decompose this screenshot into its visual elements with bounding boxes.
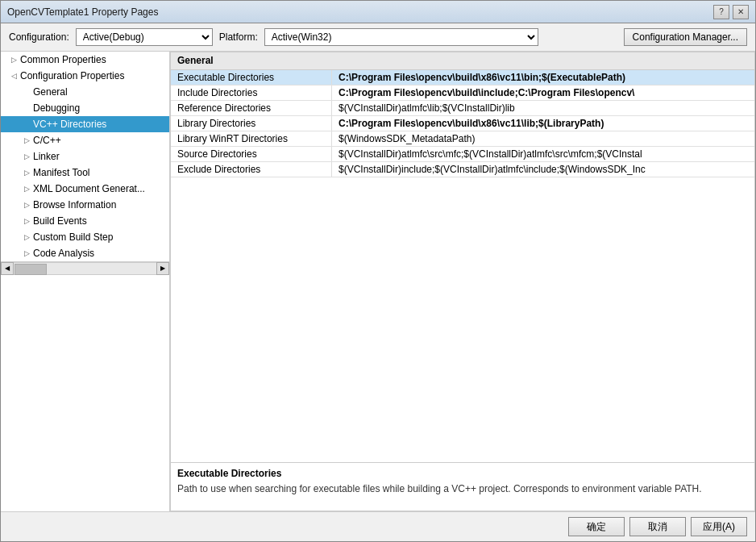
grid-header: General [171,52,754,70]
tree-item-build-events[interactable]: ▷Build Events [1,213,169,229]
cancel-button[interactable]: 取消 [629,517,686,536]
tree-item-config-props[interactable]: ◁Configuration Properties [1,68,169,84]
property-grid: General Executable DirectoriesC:\Program… [170,52,755,463]
window-title: OpenCVTemplate1 Property Pages [7,6,158,18]
grid-label-library-dirs: Library Directories [171,116,332,131]
title-buttons: ? ✕ [713,5,749,19]
tree-label-config-props: Configuration Properties [20,70,124,81]
tree-toggle-code-analysis: ▷ [20,249,33,257]
grid-value-include-dirs: C:\Program Files\opencv\build\include;C:… [332,85,754,100]
tree-toggle-cpp: ▷ [20,136,33,144]
left-panel-scrollbar[interactable]: ◀ ▶ [1,261,169,274]
description-text: Path to use when searching for executabl… [177,482,748,496]
tree-label-manifest-tool: Manifest Tool [33,167,89,178]
tree-item-code-analysis[interactable]: ▷Code Analysis [1,245,169,261]
tree-item-vc-dirs[interactable]: VC++ Directories [1,116,169,132]
tree-item-common-props[interactable]: ▷Common Properties [1,52,169,68]
grid-row-include-dirs[interactable]: Include DirectoriesC:\Program Files\open… [171,85,754,101]
grid-label-include-dirs: Include Directories [171,85,332,100]
ok-button[interactable]: 确定 [568,517,625,536]
grid-row-exclude-dirs[interactable]: Exclude Directories$(VCInstallDir)includ… [171,162,754,177]
left-panel: ▷Common Properties◁Configuration Propert… [1,52,170,511]
tree-label-code-analysis: Code Analysis [33,248,94,259]
tree-label-linker: Linker [33,151,60,162]
config-select[interactable]: Active(Debug) [76,28,213,46]
tree-toggle-xml-doc: ▷ [20,185,33,193]
main-content: ▷Common Properties◁Configuration Propert… [1,52,755,511]
grid-row-reference-dirs[interactable]: Reference Directories$(VCInstallDir)atlm… [171,101,754,116]
grid-label-executable-dirs: Executable Directories [171,70,332,85]
grid-value-reference-dirs: $(VCInstallDir)atlmfc\lib;$(VCInstallDir… [332,101,754,115]
bottom-buttons: 确定 取消 应用(A) [1,511,755,541]
tree-label-vc-dirs: VC++ Directories [33,119,106,130]
tree-toggle-common-props: ▷ [7,56,20,64]
grid-label-source-dirs: Source Directories [171,147,332,161]
apply-button[interactable]: 应用(A) [691,517,747,536]
grid-value-source-dirs: $(VCInstallDir)atlmfc\src\mfc;$(VCInstal… [332,147,754,161]
tree-toggle-config-props: ◁ [7,72,20,80]
scroll-right-btn[interactable]: ▶ [156,262,169,275]
description-panel: Executable Directories Path to use when … [170,463,755,511]
tree-label-debugging: Debugging [33,102,80,114]
tree-item-debugging[interactable]: Debugging [1,100,169,116]
grid-value-exclude-dirs: $(VCInstallDir)include;$(VCInstallDir)at… [332,162,754,177]
tree-toggle-custom-build: ▷ [20,233,33,241]
tree-label-general: General [33,86,68,98]
grid-label-reference-dirs: Reference Directories [171,101,332,115]
tree-item-manifest-tool[interactable]: ▷Manifest Tool [1,165,169,181]
property-pages-window: OpenCVTemplate1 Property Pages ? ✕ Confi… [0,0,756,542]
tree-item-general[interactable]: General [1,84,169,100]
tree-item-linker[interactable]: ▷Linker [1,148,169,165]
platform-label: Platform: [219,31,258,43]
tree-toggle-manifest-tool: ▷ [20,169,33,177]
tree-label-common-props: Common Properties [20,54,106,65]
grid-label-library-winrt-dirs: Library WinRT Directories [171,131,332,146]
close-button[interactable]: ✕ [733,5,749,19]
tree-label-xml-doc: XML Document Generat... [33,183,145,194]
scroll-track[interactable] [14,262,156,275]
right-panel: General Executable DirectoriesC:\Program… [170,52,755,511]
config-manager-button[interactable]: Configuration Manager... [624,28,747,46]
grid-row-library-dirs[interactable]: Library DirectoriesC:\Program Files\open… [171,116,754,131]
title-bar: OpenCVTemplate1 Property Pages ? ✕ [1,1,755,23]
tree-item-cpp[interactable]: ▷C/C++ [1,132,169,148]
tree-item-custom-build[interactable]: ▷Custom Build Step [1,229,169,245]
description-title: Executable Directories [177,468,748,479]
grid-label-exclude-dirs: Exclude Directories [171,162,332,177]
platform-select[interactable]: Active(Win32) [264,28,538,46]
grid-value-executable-dirs: C:\Program Files\opencv\build\x86\vc11\b… [332,70,754,85]
help-button[interactable]: ? [713,5,729,19]
tree-label-browse-info: Browse Information [33,199,116,211]
scroll-left-btn[interactable]: ◀ [1,262,14,275]
grid-value-library-winrt-dirs: $(WindowsSDK_MetadataPath) [332,131,754,146]
tree-toggle-browse-info: ▷ [20,201,33,209]
tree-item-xml-doc[interactable]: ▷XML Document Generat... [1,181,169,197]
config-bar: Configuration: Active(Debug) Platform: A… [1,23,755,52]
config-label: Configuration: [9,31,69,43]
tree-toggle-linker: ▷ [20,152,33,161]
grid-value-library-dirs: C:\Program Files\opencv\build\x86\vc11\l… [332,116,754,131]
grid-row-executable-dirs[interactable]: Executable DirectoriesC:\Program Files\o… [171,70,754,85]
grid-row-source-dirs[interactable]: Source Directories$(VCInstallDir)atlmfc\… [171,147,754,162]
tree-label-build-events: Build Events [33,215,87,227]
tree-toggle-build-events: ▷ [20,217,33,225]
tree-label-custom-build: Custom Build Step [33,231,113,243]
scroll-thumb[interactable] [15,264,47,275]
grid-row-library-winrt-dirs[interactable]: Library WinRT Directories$(WindowsSDK_Me… [171,131,754,147]
tree-item-browse-info[interactable]: ▷Browse Information [1,197,169,213]
tree-label-cpp: C/C++ [33,135,61,146]
